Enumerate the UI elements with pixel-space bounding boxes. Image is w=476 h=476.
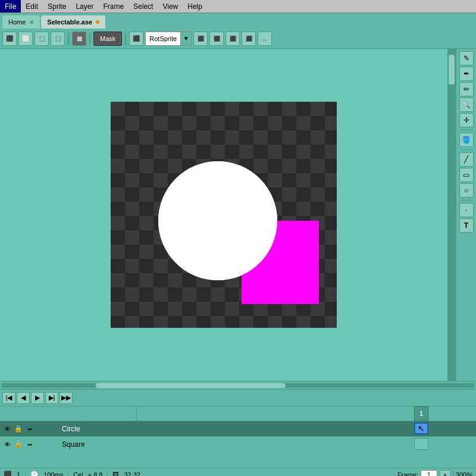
frame-label: Frame: (397, 471, 418, 477)
tool-sep (461, 130, 472, 130)
tab-home-label: Home (8, 18, 26, 26)
tool-ellipse[interactable]: ○ (459, 183, 474, 198)
menu-layer[interactable]: Layer (71, 0, 98, 12)
toolbar: ⬛ ⬜ ⬚ ⬚ ▦ Mask ⬛ RotSprite ▼ ⬛ ⬛ ⬛ ⬛ ... (0, 29, 476, 49)
toolbar-btn-extra3[interactable]: ⬛ (226, 32, 240, 46)
toolbar-btn-extra[interactable]: ⬛ (193, 32, 208, 46)
toolbar-btn-3[interactable]: ⬚ (35, 32, 49, 46)
status-dims-value: 32 32 (124, 471, 140, 477)
menu-frame[interactable]: Frame (98, 0, 129, 12)
timeline: 1 👁 🔒 •• Circle ↖ 👁 🔒 •• Square (0, 406, 476, 468)
anim-prev[interactable]: ◀ (17, 392, 30, 404)
tool-pencil[interactable]: ✎ (459, 51, 474, 65)
scroll-track[interactable] (1, 383, 475, 388)
status-sep2 (68, 471, 68, 477)
toolbar-btn-extra2[interactable]: ⬛ (209, 32, 224, 46)
anim-controls: |◀ ◀ ▶ ▶| ▶▶ (0, 389, 476, 406)
tool-line[interactable]: ╱ (459, 152, 474, 167)
tab-home[interactable]: Home ✕ (2, 15, 40, 29)
tab-modified-dot (96, 20, 99, 24)
tab-selectable-label: Selectable.ase (47, 18, 92, 26)
status-time: 🕐 (30, 471, 39, 476)
frame-label-container: Frame: + 300% (397, 470, 472, 477)
tool-rect[interactable]: ▭ (459, 168, 474, 182)
anim-next[interactable]: ▶| (45, 392, 58, 404)
menu-edit[interactable]: Edit (21, 0, 43, 12)
zoom-value: 300% (456, 471, 472, 477)
tool-magnify[interactable]: 🔍 (459, 98, 474, 112)
frame-header-1: 1 (414, 406, 428, 421)
tool-spray[interactable]: · (459, 203, 474, 217)
tab-home-close[interactable]: ✕ (29, 19, 34, 26)
anim-last[interactable]: ▶▶ (60, 392, 73, 404)
layers-header: 1 (0, 406, 476, 421)
status-time-value: 100ms (43, 471, 63, 477)
layer-square-name: Square (60, 440, 458, 449)
sprite-canvas (111, 102, 337, 328)
tab-bar: Home ✕ Selectable.ase (0, 13, 476, 29)
tool-sep3 (461, 200, 472, 201)
mask-button[interactable]: Mask (93, 32, 122, 46)
menu-select[interactable]: Select (129, 0, 158, 12)
status-frame-num: 1 (17, 471, 20, 477)
layer-circle-lock[interactable]: 🔒 (14, 424, 23, 434)
status-sep3 (107, 471, 108, 477)
pixel-mode-dropdown[interactable]: RotSprite ▼ (145, 32, 192, 46)
anim-first[interactable]: |◀ (2, 392, 15, 404)
layer-row-circle[interactable]: 👁 🔒 •• Circle ↖ (0, 421, 476, 436)
toolbar-btn-4[interactable]: ⬚ (51, 32, 65, 46)
main-area: ✎ ✒ ✏ 🔍 ✛ 🪣 ╱ ▭ ○ · T (0, 49, 476, 381)
status-frame-indicator: ⬛ (4, 471, 12, 476)
menu-bar: File Edit Sprite Layer Frame Select View… (0, 0, 476, 13)
status-dims: 🖼 (112, 471, 119, 477)
layer-circle-name: Circle (60, 425, 458, 433)
layer-row-square[interactable]: 👁 🔒 •• Square (0, 436, 476, 452)
tab-selectable[interactable]: Selectable.ase (41, 15, 105, 29)
toolbar-btn-extra4[interactable]: ⬛ (242, 32, 256, 46)
vscroll-thumb[interactable] (449, 55, 455, 84)
toolbar-options[interactable]: ... (258, 32, 272, 46)
status-sep4 (453, 471, 453, 477)
layer-circle-controls: 👁 🔒 •• (0, 424, 60, 434)
dropdown-arrow[interactable]: ▼ (180, 32, 191, 45)
cursor-icon: ↖ (418, 424, 425, 433)
frame-input[interactable] (421, 470, 437, 477)
toolbar-btn-1[interactable]: ⬛ (2, 32, 17, 46)
menu-file[interactable]: File (0, 0, 21, 12)
layer-square-lock[interactable]: 🔒 (14, 440, 23, 449)
menu-sprite[interactable]: Sprite (43, 0, 71, 12)
layer-square-controls: 👁 🔒 •• (0, 440, 60, 449)
toolbar-btn-2[interactable]: ⬜ (18, 32, 33, 46)
layer-circle-groups[interactable]: •• (25, 424, 35, 434)
frame-increment[interactable]: + (440, 470, 450, 477)
menu-help[interactable]: Help (183, 0, 207, 12)
anim-play[interactable]: ▶ (31, 392, 44, 404)
frame-cell-square[interactable] (414, 438, 428, 450)
frame-cell-circle[interactable]: ↖ (414, 422, 428, 434)
status-bar: ⬛ 1 🕐 100ms Cel + 8 8 🖼 32 32 Frame: + 3… (0, 468, 476, 476)
pixel-mode-label: RotSprite (146, 35, 180, 42)
scroll-thumb[interactable] (96, 383, 285, 388)
right-scrollbar[interactable] (447, 49, 456, 381)
status-cel-coords: + 8 8 (88, 471, 103, 477)
tool-move[interactable]: ✛ (459, 113, 474, 127)
layer-square-visibility[interactable]: 👁 (2, 440, 12, 449)
layer-circle-visibility[interactable]: 👁 (2, 424, 12, 434)
toolbar-btn-6[interactable]: ⬛ (129, 32, 143, 46)
canvas-background (111, 102, 337, 328)
tool-text[interactable]: T (459, 218, 474, 233)
toolbar-sep-3 (125, 33, 126, 45)
right-toolbar: ✎ ✒ ✏ 🔍 ✛ 🪣 ╱ ▭ ○ · T (456, 49, 476, 381)
tool-fill[interactable]: 🪣 (459, 133, 474, 147)
svg-point-7 (158, 161, 277, 280)
tool-eraser[interactable]: ✏ (459, 82, 474, 96)
status-cel: Cel (73, 471, 83, 477)
toolbar-btn-5[interactable]: ▦ (72, 32, 86, 46)
layer-square-groups[interactable]: •• (25, 440, 35, 449)
horizontal-scrollbar[interactable] (0, 381, 476, 389)
tool-pen[interactable]: ✒ (459, 67, 474, 81)
tool-sep2 (461, 149, 472, 150)
toolbar-sep-1 (68, 33, 69, 45)
menu-view[interactable]: View (158, 0, 183, 12)
toolbar-sep-2 (89, 33, 90, 45)
